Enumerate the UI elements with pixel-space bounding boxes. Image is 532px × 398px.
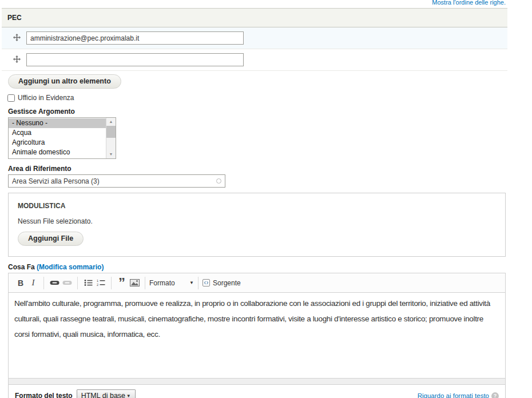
about-formats-link[interactable]: Riguardo ai formati testo xyxy=(418,392,489,398)
cosa-fa-label: Cosa Fa xyxy=(8,263,35,271)
link-icon[interactable] xyxy=(48,276,61,290)
wysiwyg-editor: B I 12 ” Formato ▼ Sorgente Nell' xyxy=(8,273,506,385)
source-button[interactable]: Sorgente xyxy=(203,279,241,287)
drag-handle-icon[interactable] xyxy=(13,55,21,62)
format-dropdown[interactable]: Formato ▼ xyxy=(149,279,194,287)
svg-text:1: 1 xyxy=(97,279,98,282)
select-option[interactable]: - Nessuno - xyxy=(9,118,106,128)
source-button-label: Sorgente xyxy=(213,279,241,287)
select-option[interactable]: Acqua xyxy=(9,128,106,138)
select-option[interactable]: Animale domestico xyxy=(9,148,106,157)
scrollbar[interactable]: ▲ ▼ xyxy=(106,118,116,158)
toolbar-separator xyxy=(43,277,44,289)
modulistica-empty-text: Nessun File selezionato. xyxy=(18,217,496,225)
chevron-down-icon: ▼ xyxy=(189,280,194,285)
bold-button[interactable]: B xyxy=(14,276,27,290)
gestisce-argomento-select[interactable]: - Nessuno - Acqua Agricoltura Animale do… xyxy=(8,117,116,159)
format-dropdown-label: Formato xyxy=(149,279,175,287)
pec-table: PEC xyxy=(2,8,507,71)
area-riferimento-input[interactable] xyxy=(8,174,225,188)
scrollbar-thumb[interactable] xyxy=(106,126,116,138)
text-format-row: Formato del testo HTML di base ▼ Riguard… xyxy=(8,385,506,398)
italic-button[interactable]: I xyxy=(27,276,39,290)
editor-body[interactable]: Nell'ambito culturale, programma, promuo… xyxy=(9,293,505,378)
image-icon[interactable] xyxy=(128,276,141,290)
text-format-selected: HTML di base xyxy=(81,392,125,398)
add-file-button[interactable]: Aggiungi File xyxy=(18,232,84,246)
toolbar-separator xyxy=(145,277,145,289)
row-order-toggle-wrap: Mostra l'ordine delle righe. xyxy=(0,0,532,6)
pec-input-2[interactable] xyxy=(26,53,244,66)
help-icon[interactable]: ? xyxy=(491,392,499,398)
ufficio-evidenza-label: Ufficio in Evidenza xyxy=(18,94,74,102)
edit-summary-link[interactable]: (Modifica sommario) xyxy=(37,263,104,271)
select-options: - Nessuno - Acqua Agricoltura Animale do… xyxy=(9,118,106,158)
select-option[interactable]: Agricoltura xyxy=(9,138,106,148)
toolbar-separator xyxy=(198,277,198,289)
source-icon xyxy=(203,279,210,286)
unlink-icon[interactable] xyxy=(61,276,73,290)
toolbar-separator xyxy=(77,277,78,289)
table-row xyxy=(2,49,507,71)
autocomplete-icon xyxy=(216,178,221,184)
add-element-button[interactable]: Aggiungi un altro elemento xyxy=(8,74,121,89)
modulistica-fieldset: MODULISTICA Nessun File selezionato. Agg… xyxy=(8,193,506,257)
format-help-wrap: Riguardo ai formati testo ? xyxy=(418,392,499,398)
ufficio-evidenza-row: Ufficio in Evidenza xyxy=(7,94,532,102)
bulleted-list-icon[interactable] xyxy=(82,276,94,290)
cosa-fa-label-row: Cosa Fa (Modifica sommario) xyxy=(8,263,532,271)
svg-text:2: 2 xyxy=(97,283,98,286)
blockquote-icon[interactable]: ” xyxy=(116,279,128,287)
drag-handle-icon[interactable] xyxy=(13,33,21,41)
show-row-order-link[interactable]: Mostra l'ordine delle righe. xyxy=(432,0,506,6)
scrollbar-track[interactable] xyxy=(106,138,116,150)
scrollbar-down-icon[interactable]: ▼ xyxy=(106,150,116,158)
toolbar-separator xyxy=(111,277,112,289)
ufficio-evidenza-checkbox[interactable] xyxy=(7,94,15,102)
modulistica-title: MODULISTICA xyxy=(18,202,496,210)
editor-resize-bar[interactable] xyxy=(9,378,505,384)
area-riferimento-field xyxy=(8,174,225,188)
pec-table-header: PEC xyxy=(2,9,507,27)
scrollbar-up-icon[interactable]: ▲ xyxy=(106,118,116,126)
text-format-select[interactable]: HTML di base ▼ xyxy=(77,389,136,398)
area-riferimento-label: Area di Riferimento xyxy=(8,165,532,173)
chevron-down-icon: ▼ xyxy=(126,393,131,398)
editor-toolbar: B I 12 ” Formato ▼ Sorgente xyxy=(9,273,505,293)
table-row xyxy=(2,27,507,49)
gestisce-argomento-label: Gestisce Argomento xyxy=(8,108,532,116)
pec-input-1[interactable] xyxy=(26,31,244,45)
numbered-list-icon[interactable]: 12 xyxy=(94,276,107,290)
text-format-label: Formato del testo xyxy=(15,392,73,398)
